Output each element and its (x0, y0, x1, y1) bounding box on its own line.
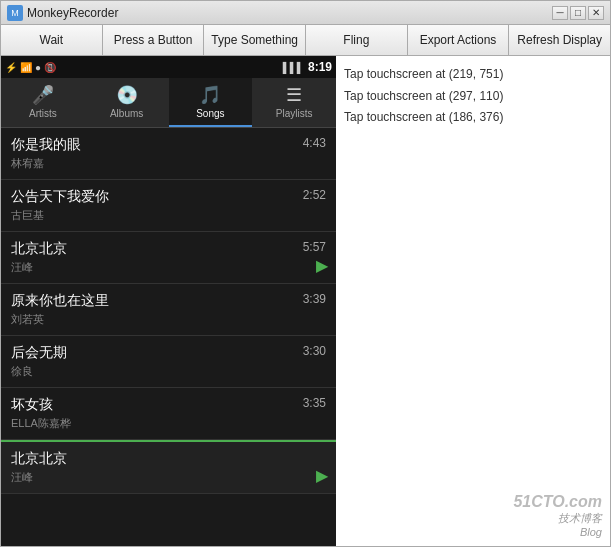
close-button[interactable]: ✕ (588, 6, 604, 20)
song-item-3[interactable]: 原来你也在这里 刘若英 3:39 (1, 284, 336, 336)
log-entry-1: Tap touchscreen at (297, 110) (344, 86, 602, 108)
press-button-button[interactable]: Press a Button (103, 25, 205, 55)
artists-label: Artists (29, 108, 57, 119)
song-title-6: 北京北京 (11, 450, 326, 468)
song-title-0: 你是我的眼 (11, 136, 326, 154)
song-duration-4: 3:30 (303, 344, 326, 358)
log-entry-2: Tap touchscreen at (186, 376) (344, 107, 602, 129)
song-artist-4: 徐良 (11, 364, 326, 379)
music-nav: 🎤 Artists 💿 Albums 🎵 Songs ☰ Playlists (1, 78, 336, 128)
watermark: 51CTO.com 技术博客 Blog (513, 493, 602, 538)
song-duration-5: 3:35 (303, 396, 326, 410)
export-actions-button[interactable]: Export Actions (408, 25, 510, 55)
phone-status-bar: ⚡ 📶 ● 📵 ▌▌▌ 8:19 (1, 56, 336, 78)
nav-artists[interactable]: 🎤 Artists (1, 78, 85, 127)
status-time: 8:19 (308, 60, 332, 74)
phone-panel: ⚡ 📶 ● 📵 ▌▌▌ 8:19 🎤 Artists 💿 A (1, 56, 336, 546)
song-duration-1: 2:52 (303, 188, 326, 202)
song-item-5[interactable]: 坏女孩 ELLA陈嘉桦 3:35 (1, 388, 336, 440)
song-title-1: 公告天下我爱你 (11, 188, 326, 206)
song-artist-3: 刘若英 (11, 312, 326, 327)
song-artist-1: 古巨基 (11, 208, 326, 223)
type-something-button[interactable]: Type Something (204, 25, 306, 55)
song-list[interactable]: 你是我的眼 林宥嘉 4:43 公告天下我爱你 古巨基 2:52 北京北京 汪峰 … (1, 128, 336, 546)
status-icons-left: ⚡ 📶 ● 📵 (5, 62, 56, 73)
song-title-4: 后会无期 (11, 344, 326, 362)
watermark-site: 51CTO.com (513, 493, 602, 511)
window-controls: ─ □ ✕ (552, 6, 604, 20)
albums-icon: 💿 (116, 84, 138, 106)
song-duration-3: 3:39 (303, 292, 326, 306)
song-title-5: 坏女孩 (11, 396, 326, 414)
song-duration-0: 4:43 (303, 136, 326, 150)
usb-icon: ⚡ (5, 62, 17, 73)
refresh-display-button[interactable]: Refresh Display (509, 25, 610, 55)
main-window: M MonkeyRecorder ─ □ ✕ Wait Press a Butt… (0, 0, 611, 547)
song-artist-2: 汪峰 (11, 260, 326, 275)
song-artist-6: 汪峰 (11, 470, 326, 485)
window-title: MonkeyRecorder (27, 6, 552, 20)
nav-albums[interactable]: 💿 Albums (85, 78, 169, 127)
songs-icon: 🎵 (199, 84, 221, 106)
title-bar: M MonkeyRecorder ─ □ ✕ (1, 1, 610, 25)
songs-label: Songs (196, 108, 224, 119)
right-panel: Tap touchscreen at (219, 751) Tap touchs… (336, 56, 610, 546)
log-entry-0: Tap touchscreen at (219, 751) (344, 64, 602, 86)
song-item-6[interactable]: 北京北京 汪峰 ▶ (1, 440, 336, 494)
fling-button[interactable]: Fling (306, 25, 408, 55)
watermark-subtitle: 技术博客 (513, 511, 602, 526)
wait-button[interactable]: Wait (1, 25, 103, 55)
song-title-2: 北京北京 (11, 240, 326, 258)
song-title-3: 原来你也在这里 (11, 292, 326, 310)
dot-icon: ● (35, 62, 41, 73)
nav-playlists[interactable]: ☰ Playlists (252, 78, 336, 127)
song-item-4[interactable]: 后会无期 徐良 3:30 (1, 336, 336, 388)
watermark-tag: Blog (513, 526, 602, 538)
song-item-1[interactable]: 公告天下我爱你 古巨基 2:52 (1, 180, 336, 232)
song-artist-0: 林宥嘉 (11, 156, 326, 171)
song-artist-5: ELLA陈嘉桦 (11, 416, 326, 431)
status-icons-right: ▌▌▌ 8:19 (283, 60, 332, 74)
artists-icon: 🎤 (32, 84, 54, 106)
phone-icon: 📵 (44, 62, 56, 73)
minimize-button[interactable]: ─ (552, 6, 568, 20)
play-icon-2: ▶ (316, 256, 328, 275)
song-item-0[interactable]: 你是我的眼 林宥嘉 4:43 (1, 128, 336, 180)
playlists-label: Playlists (276, 108, 313, 119)
app-icon: M (7, 5, 23, 21)
maximize-button[interactable]: □ (570, 6, 586, 20)
main-content: ⚡ 📶 ● 📵 ▌▌▌ 8:19 🎤 Artists 💿 A (1, 56, 610, 546)
playlists-icon: ☰ (286, 84, 302, 106)
song-item-2[interactable]: 北京北京 汪峰 5:57 ▶ (1, 232, 336, 284)
play-icon-6: ▶ (316, 466, 328, 485)
signal-icon: ▌▌▌ (283, 62, 304, 73)
wifi-icon: 📶 (20, 62, 32, 73)
nav-songs[interactable]: 🎵 Songs (169, 78, 253, 127)
toolbar: Wait Press a Button Type Something Fling… (1, 25, 610, 56)
song-duration-2: 5:57 (303, 240, 326, 254)
albums-label: Albums (110, 108, 143, 119)
action-log: Tap touchscreen at (219, 751) Tap touchs… (344, 64, 602, 129)
